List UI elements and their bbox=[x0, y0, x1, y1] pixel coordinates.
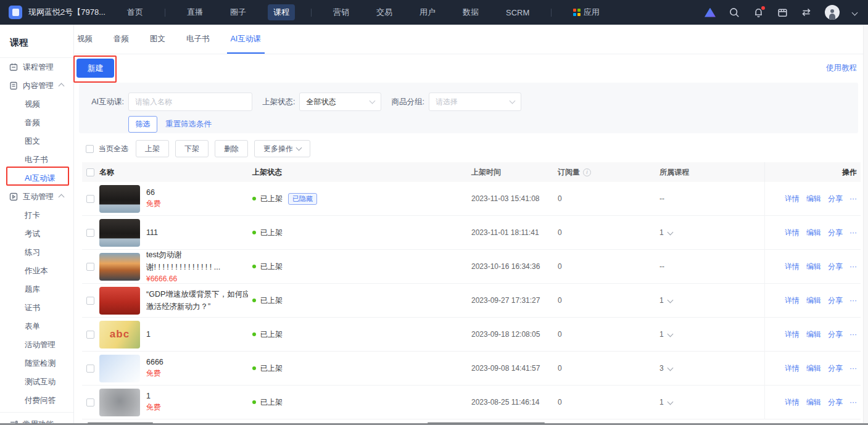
detail-link[interactable]: 详情 bbox=[785, 295, 800, 306]
nav-item-营销[interactable]: 营销 bbox=[328, 4, 355, 20]
sidebar-item-测试互动[interactable]: 测试互动 bbox=[0, 373, 73, 391]
status-select[interactable]: 全部状态 bbox=[299, 93, 381, 111]
tab-音频[interactable]: 音频 bbox=[114, 25, 129, 54]
sidebar-item-内容管理[interactable]: 内容管理 bbox=[0, 76, 73, 95]
row-checkbox[interactable] bbox=[86, 331, 94, 339]
header-checkbox[interactable] bbox=[86, 168, 94, 176]
detail-link[interactable]: 详情 bbox=[785, 363, 800, 374]
nav-item-用户[interactable]: 用户 bbox=[414, 4, 441, 20]
edit-link[interactable]: 编辑 bbox=[806, 397, 821, 408]
detail-link[interactable]: 详情 bbox=[785, 329, 800, 340]
share-link[interactable]: 分享 bbox=[828, 363, 843, 374]
sidebar-item-打卡[interactable]: 打卡 bbox=[0, 206, 73, 225]
tab-电子书[interactable]: 电子书 bbox=[186, 25, 210, 54]
sidebar-item-图文[interactable]: 图文 bbox=[0, 132, 73, 151]
sidebar-item-AI互动课[interactable]: AI互动课 bbox=[0, 169, 73, 188]
chevron-down-icon[interactable] bbox=[667, 331, 673, 337]
share-link[interactable]: 分享 bbox=[828, 295, 843, 306]
workspace-title[interactable]: 现网蓝悦2号【7978... bbox=[28, 7, 105, 18]
workspace-logo-icon[interactable] bbox=[9, 6, 22, 19]
sidebar-item-付费问答[interactable]: 付费问答 bbox=[0, 391, 73, 410]
sidebar-item-常用功能[interactable]: 常用功能 bbox=[0, 415, 73, 423]
row-checkbox[interactable] bbox=[86, 263, 94, 271]
unpublish-button[interactable]: 下架 bbox=[175, 140, 209, 157]
nav-item-SCRM[interactable]: SCRM bbox=[500, 6, 535, 20]
sidebar-item-课程管理[interactable]: 课程管理 bbox=[0, 58, 73, 76]
edit-link[interactable]: 编辑 bbox=[806, 194, 821, 204]
search-icon[interactable] bbox=[729, 7, 740, 18]
more-row-actions-link[interactable]: ··· bbox=[849, 228, 857, 237]
group-select[interactable]: 请选择 bbox=[429, 93, 521, 111]
nav-item-直播[interactable]: 直播 bbox=[181, 4, 209, 20]
tab-AI互动课[interactable]: AI互动课 bbox=[231, 25, 261, 54]
edit-link[interactable]: 编辑 bbox=[806, 329, 821, 340]
detail-link[interactable]: 详情 bbox=[785, 228, 800, 238]
sidebar-item-证书[interactable]: 证书 bbox=[0, 299, 73, 317]
nav-item-课程[interactable]: 课程 bbox=[268, 4, 295, 20]
bell-icon[interactable] bbox=[753, 7, 764, 18]
share-link[interactable]: 分享 bbox=[828, 262, 843, 272]
info-circle-icon[interactable] bbox=[583, 168, 591, 176]
sidebar-item-题库[interactable]: 题库 bbox=[0, 280, 73, 299]
share-link[interactable]: 分享 bbox=[828, 397, 843, 408]
row-checkbox[interactable] bbox=[86, 398, 94, 406]
nav-item-圈子[interactable]: 圈子 bbox=[225, 4, 252, 20]
chevron-down-icon[interactable] bbox=[667, 398, 673, 405]
more-row-actions-link[interactable]: ··· bbox=[849, 296, 857, 305]
sidebar-item-电子书[interactable]: 电子书 bbox=[0, 151, 73, 169]
edit-link[interactable]: 编辑 bbox=[806, 363, 821, 374]
sidebar-item-练习[interactable]: 练习 bbox=[0, 243, 73, 262]
more-row-actions-link[interactable]: ··· bbox=[849, 330, 857, 339]
more-row-actions-link[interactable]: ··· bbox=[849, 364, 857, 373]
more-actions-label: 更多操作 bbox=[263, 144, 293, 154]
edit-link[interactable]: 编辑 bbox=[806, 228, 821, 238]
tab-图文[interactable]: 图文 bbox=[150, 25, 165, 54]
chevron-down-icon[interactable] bbox=[667, 229, 673, 235]
workbench-icon[interactable] bbox=[777, 7, 788, 18]
delete-button[interactable]: 删除 bbox=[215, 140, 248, 157]
sidebar-item-视频[interactable]: 视频 bbox=[0, 95, 73, 113]
sidebar-item-音频[interactable]: 音频 bbox=[0, 113, 73, 132]
edit-link[interactable]: 编辑 bbox=[806, 295, 821, 306]
sidebar-item-表单[interactable]: 表单 bbox=[0, 317, 73, 336]
reset-filter-link[interactable]: 重置筛选条件 bbox=[165, 119, 212, 130]
tab-视频[interactable]: 视频 bbox=[77, 25, 93, 54]
create-button[interactable]: 新建 bbox=[76, 59, 114, 78]
row-checkbox[interactable] bbox=[86, 229, 94, 237]
share-link[interactable]: 分享 bbox=[828, 194, 843, 204]
avatar[interactable] bbox=[825, 5, 840, 20]
row-checkbox[interactable] bbox=[86, 195, 94, 203]
publish-button[interactable]: 上架 bbox=[136, 140, 169, 157]
edit-link[interactable]: 编辑 bbox=[806, 262, 821, 272]
account-chevron-down-icon[interactable] bbox=[852, 9, 858, 15]
sidebar-item-互动管理[interactable]: 互动管理 bbox=[0, 188, 73, 206]
brand-triangle-logo[interactable] bbox=[705, 8, 716, 17]
more-row-actions-link[interactable]: ··· bbox=[849, 398, 857, 406]
course-name-input[interactable] bbox=[128, 93, 252, 111]
more-row-actions-link[interactable]: ··· bbox=[849, 262, 857, 271]
detail-link[interactable]: 详情 bbox=[785, 194, 800, 204]
sidebar-item-活动管理[interactable]: 活动管理 bbox=[0, 336, 73, 354]
row-checkbox[interactable] bbox=[86, 297, 94, 305]
sidebar-item-考试[interactable]: 考试 bbox=[0, 225, 73, 243]
filter-button[interactable]: 筛选 bbox=[128, 116, 157, 133]
sidebar-item-随堂检测[interactable]: 随堂检测 bbox=[0, 354, 73, 373]
chevron-down-icon[interactable] bbox=[667, 365, 673, 371]
switch-icon[interactable] bbox=[801, 7, 812, 18]
nav-item-交易[interactable]: 交易 bbox=[371, 4, 398, 20]
vertical-scrollbar[interactable] bbox=[863, 25, 868, 423]
share-link[interactable]: 分享 bbox=[828, 329, 843, 340]
share-link[interactable]: 分享 bbox=[828, 228, 843, 238]
detail-link[interactable]: 详情 bbox=[785, 397, 800, 408]
detail-link[interactable]: 详情 bbox=[785, 262, 800, 272]
tutorial-link[interactable]: 使用教程 bbox=[826, 63, 857, 73]
select-all-checkbox[interactable] bbox=[86, 145, 94, 153]
more-actions-button[interactable]: 更多操作 bbox=[254, 140, 310, 157]
nav-item-首页[interactable]: 首页 bbox=[122, 4, 149, 20]
more-row-actions-link[interactable]: ··· bbox=[849, 194, 857, 203]
row-checkbox[interactable] bbox=[86, 365, 94, 373]
nav-item-应用[interactable]: 应用 bbox=[568, 4, 605, 20]
sidebar-item-作业本[interactable]: 作业本 bbox=[0, 262, 73, 280]
nav-item-数据[interactable]: 数据 bbox=[457, 4, 484, 20]
chevron-down-icon[interactable] bbox=[667, 297, 673, 303]
